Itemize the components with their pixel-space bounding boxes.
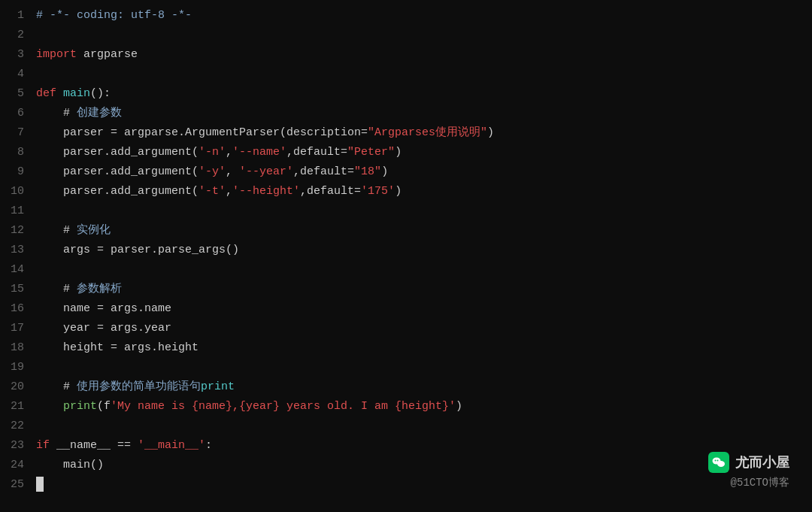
line-content: parser.add_argument('-t','--height',defa… (36, 182, 812, 201)
line-number: 18 (0, 338, 36, 358)
line-number: 15 (0, 280, 36, 299)
line-number: 9 (0, 162, 36, 182)
watermark-sub: @51CTO博客 (731, 476, 789, 489)
line-number: 5 (0, 84, 36, 104)
line-number: 20 (0, 377, 36, 397)
line-number: 14 (0, 260, 36, 280)
code-line: 15 # 参数解析 (0, 280, 812, 299)
code-line: 23if __name__ == '__main__': (0, 436, 812, 456)
line-content: def main(): (36, 84, 812, 104)
line-number: 16 (0, 299, 36, 319)
line-content (36, 65, 812, 84)
svg-point-4 (720, 463, 721, 465)
svg-point-5 (722, 463, 723, 465)
svg-point-2 (715, 460, 717, 462)
line-content: if __name__ == '__main__': (36, 436, 812, 456)
code-line: 9 parser.add_argument('-y', '--year',def… (0, 162, 812, 182)
code-line: 17 year = args.year (0, 319, 812, 338)
line-content: # 参数解析 (36, 280, 812, 299)
line-content (36, 358, 812, 377)
code-line: 7 parser = argparse.ArgumentParser(descr… (0, 123, 812, 143)
watermark: 尤而小屋 @51CTO博客 (708, 452, 789, 489)
line-number: 23 (0, 436, 36, 456)
code-line: 8 parser.add_argument('-n','--name',defa… (0, 143, 812, 162)
line-number: 7 (0, 123, 36, 143)
line-content: name = args.name (36, 299, 812, 319)
line-number: 8 (0, 143, 36, 162)
line-number: 17 (0, 319, 36, 338)
line-content (36, 26, 812, 45)
code-line: 4 (0, 65, 812, 84)
watermark-brand: 尤而小屋 (735, 453, 789, 471)
line-number: 6 (0, 104, 36, 123)
line-number: 21 (0, 397, 36, 417)
code-line: 20 # 使用参数的简单功能语句print (0, 377, 812, 397)
line-number: 4 (0, 65, 36, 84)
svg-point-3 (717, 460, 719, 462)
code-line: 25 (0, 475, 812, 495)
svg-point-1 (717, 461, 725, 467)
code-line: 12 # 实例化 (0, 221, 812, 241)
line-number: 10 (0, 182, 36, 201)
code-line: 16 name = args.name (0, 299, 812, 319)
code-line: 11 (0, 201, 812, 221)
line-content (36, 475, 812, 495)
code-line: 18 height = args.height (0, 338, 812, 358)
line-content: height = args.height (36, 338, 812, 358)
line-number: 25 (0, 475, 36, 495)
line-content (36, 201, 812, 221)
code-line: 5def main(): (0, 84, 812, 104)
code-line: 2 (0, 26, 812, 45)
line-content: parser = argparse.ArgumentParser(descrip… (36, 123, 812, 143)
code-line: 21 print(f'My name is {name},{year} year… (0, 397, 812, 417)
line-content: parser.add_argument('-n','--name',defaul… (36, 143, 812, 162)
code-line: 1# -*- coding: utf-8 -*- (0, 6, 812, 26)
line-number: 3 (0, 45, 36, 65)
line-content: # 实例化 (36, 221, 812, 241)
line-number: 11 (0, 201, 36, 221)
line-content: # 使用参数的简单功能语句print (36, 377, 812, 397)
code-line: 3import argparse (0, 45, 812, 65)
line-number: 12 (0, 221, 36, 241)
line-content: # -*- coding: utf-8 -*- (36, 6, 812, 26)
line-number: 24 (0, 456, 36, 475)
code-line: 22 (0, 417, 812, 436)
wechat-icon (708, 452, 729, 473)
line-content: parser.add_argument('-y', '--year',defau… (36, 162, 812, 182)
line-content (36, 260, 812, 280)
watermark-top: 尤而小屋 (708, 452, 789, 473)
code-line: 24 main() (0, 456, 812, 475)
line-number: 22 (0, 417, 36, 436)
line-number: 13 (0, 241, 36, 260)
line-content: main() (36, 456, 812, 475)
line-content: # 创建参数 (36, 104, 812, 123)
code-line: 13 args = parser.parse_args() (0, 241, 812, 260)
line-content (36, 417, 812, 436)
code-line: 10 parser.add_argument('-t','--height',d… (0, 182, 812, 201)
code-line: 6 # 创建参数 (0, 104, 812, 123)
code-editor: 1# -*- coding: utf-8 -*-2 3import argpar… (0, 0, 812, 512)
line-content: year = args.year (36, 319, 812, 338)
line-number: 1 (0, 6, 36, 26)
line-number: 2 (0, 26, 36, 45)
line-content: import argparse (36, 45, 812, 65)
line-content: print(f'My name is {name},{year} years o… (36, 397, 812, 417)
line-content: args = parser.parse_args() (36, 241, 812, 260)
code-line: 14 (0, 260, 812, 280)
line-number: 19 (0, 358, 36, 377)
code-line: 19 (0, 358, 812, 377)
cursor (36, 477, 44, 492)
